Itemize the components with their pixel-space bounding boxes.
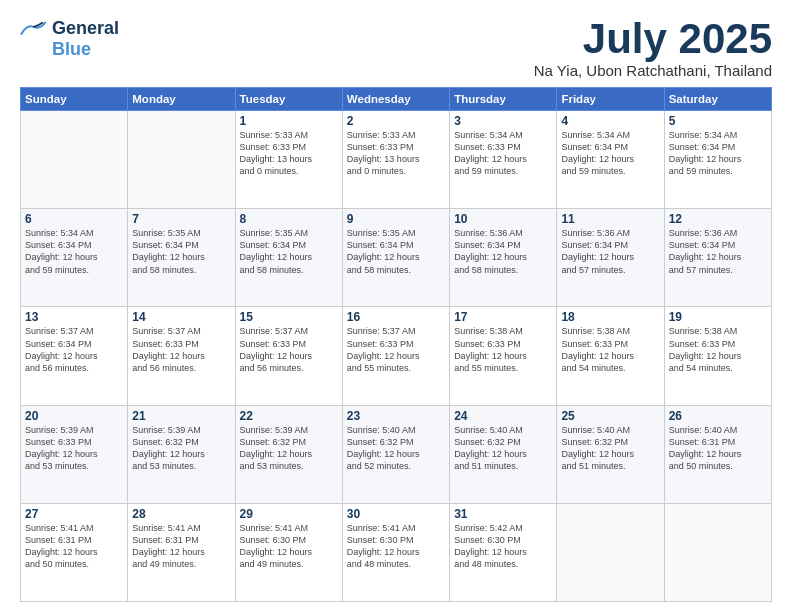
calendar-header-row: Sunday Monday Tuesday Wednesday Thursday… bbox=[21, 88, 772, 111]
day-number: 3 bbox=[454, 114, 552, 128]
day-number: 31 bbox=[454, 507, 552, 521]
day-number: 2 bbox=[347, 114, 445, 128]
col-friday: Friday bbox=[557, 88, 664, 111]
day-number: 1 bbox=[240, 114, 338, 128]
table-row: 26Sunrise: 5:40 AM Sunset: 6:31 PM Dayli… bbox=[664, 405, 771, 503]
table-row: 28Sunrise: 5:41 AM Sunset: 6:31 PM Dayli… bbox=[128, 503, 235, 601]
table-row: 17Sunrise: 5:38 AM Sunset: 6:33 PM Dayli… bbox=[450, 307, 557, 405]
day-number: 12 bbox=[669, 212, 767, 226]
col-sunday: Sunday bbox=[21, 88, 128, 111]
table-row: 27Sunrise: 5:41 AM Sunset: 6:31 PM Dayli… bbox=[21, 503, 128, 601]
table-row: 31Sunrise: 5:42 AM Sunset: 6:30 PM Dayli… bbox=[450, 503, 557, 601]
table-row: 23Sunrise: 5:40 AM Sunset: 6:32 PM Dayli… bbox=[342, 405, 449, 503]
day-info: Sunrise: 5:41 AM Sunset: 6:31 PM Dayligh… bbox=[25, 522, 123, 571]
calendar-week-row: 13Sunrise: 5:37 AM Sunset: 6:34 PM Dayli… bbox=[21, 307, 772, 405]
day-info: Sunrise: 5:36 AM Sunset: 6:34 PM Dayligh… bbox=[669, 227, 767, 276]
table-row: 10Sunrise: 5:36 AM Sunset: 6:34 PM Dayli… bbox=[450, 209, 557, 307]
day-info: Sunrise: 5:33 AM Sunset: 6:33 PM Dayligh… bbox=[240, 129, 338, 178]
day-info: Sunrise: 5:40 AM Sunset: 6:32 PM Dayligh… bbox=[454, 424, 552, 473]
table-row bbox=[128, 111, 235, 209]
table-row: 8Sunrise: 5:35 AM Sunset: 6:34 PM Daylig… bbox=[235, 209, 342, 307]
calendar-week-row: 6Sunrise: 5:34 AM Sunset: 6:34 PM Daylig… bbox=[21, 209, 772, 307]
day-info: Sunrise: 5:36 AM Sunset: 6:34 PM Dayligh… bbox=[454, 227, 552, 276]
header: General Blue July 2025 Na Yia, Ubon Ratc… bbox=[20, 18, 772, 79]
col-wednesday: Wednesday bbox=[342, 88, 449, 111]
table-row: 21Sunrise: 5:39 AM Sunset: 6:32 PM Dayli… bbox=[128, 405, 235, 503]
day-info: Sunrise: 5:38 AM Sunset: 6:33 PM Dayligh… bbox=[561, 325, 659, 374]
table-row: 16Sunrise: 5:37 AM Sunset: 6:33 PM Dayli… bbox=[342, 307, 449, 405]
logo-blue: Blue bbox=[52, 39, 91, 60]
day-number: 8 bbox=[240, 212, 338, 226]
day-number: 17 bbox=[454, 310, 552, 324]
table-row: 15Sunrise: 5:37 AM Sunset: 6:33 PM Dayli… bbox=[235, 307, 342, 405]
day-info: Sunrise: 5:36 AM Sunset: 6:34 PM Dayligh… bbox=[561, 227, 659, 276]
day-number: 21 bbox=[132, 409, 230, 423]
day-info: Sunrise: 5:34 AM Sunset: 6:34 PM Dayligh… bbox=[25, 227, 123, 276]
day-info: Sunrise: 5:40 AM Sunset: 6:32 PM Dayligh… bbox=[561, 424, 659, 473]
col-saturday: Saturday bbox=[664, 88, 771, 111]
table-row: 13Sunrise: 5:37 AM Sunset: 6:34 PM Dayli… bbox=[21, 307, 128, 405]
day-number: 30 bbox=[347, 507, 445, 521]
day-number: 11 bbox=[561, 212, 659, 226]
calendar-week-row: 20Sunrise: 5:39 AM Sunset: 6:33 PM Dayli… bbox=[21, 405, 772, 503]
day-number: 15 bbox=[240, 310, 338, 324]
col-tuesday: Tuesday bbox=[235, 88, 342, 111]
table-row bbox=[21, 111, 128, 209]
table-row: 11Sunrise: 5:36 AM Sunset: 6:34 PM Dayli… bbox=[557, 209, 664, 307]
table-row: 12Sunrise: 5:36 AM Sunset: 6:34 PM Dayli… bbox=[664, 209, 771, 307]
day-number: 4 bbox=[561, 114, 659, 128]
day-info: Sunrise: 5:39 AM Sunset: 6:32 PM Dayligh… bbox=[240, 424, 338, 473]
table-row: 6Sunrise: 5:34 AM Sunset: 6:34 PM Daylig… bbox=[21, 209, 128, 307]
day-info: Sunrise: 5:39 AM Sunset: 6:33 PM Dayligh… bbox=[25, 424, 123, 473]
logo-icon bbox=[20, 21, 48, 37]
day-number: 28 bbox=[132, 507, 230, 521]
day-number: 16 bbox=[347, 310, 445, 324]
day-number: 24 bbox=[454, 409, 552, 423]
day-info: Sunrise: 5:40 AM Sunset: 6:31 PM Dayligh… bbox=[669, 424, 767, 473]
day-info: Sunrise: 5:37 AM Sunset: 6:34 PM Dayligh… bbox=[25, 325, 123, 374]
table-row: 5Sunrise: 5:34 AM Sunset: 6:34 PM Daylig… bbox=[664, 111, 771, 209]
day-number: 26 bbox=[669, 409, 767, 423]
table-row: 18Sunrise: 5:38 AM Sunset: 6:33 PM Dayli… bbox=[557, 307, 664, 405]
table-row: 7Sunrise: 5:35 AM Sunset: 6:34 PM Daylig… bbox=[128, 209, 235, 307]
day-info: Sunrise: 5:37 AM Sunset: 6:33 PM Dayligh… bbox=[347, 325, 445, 374]
table-row: 14Sunrise: 5:37 AM Sunset: 6:33 PM Dayli… bbox=[128, 307, 235, 405]
table-row: 9Sunrise: 5:35 AM Sunset: 6:34 PM Daylig… bbox=[342, 209, 449, 307]
table-row: 20Sunrise: 5:39 AM Sunset: 6:33 PM Dayli… bbox=[21, 405, 128, 503]
day-number: 27 bbox=[25, 507, 123, 521]
day-number: 22 bbox=[240, 409, 338, 423]
col-thursday: Thursday bbox=[450, 88, 557, 111]
table-row: 25Sunrise: 5:40 AM Sunset: 6:32 PM Dayli… bbox=[557, 405, 664, 503]
logo: General Blue bbox=[20, 18, 119, 60]
calendar-table: Sunday Monday Tuesday Wednesday Thursday… bbox=[20, 87, 772, 602]
day-info: Sunrise: 5:35 AM Sunset: 6:34 PM Dayligh… bbox=[347, 227, 445, 276]
day-number: 10 bbox=[454, 212, 552, 226]
day-info: Sunrise: 5:35 AM Sunset: 6:34 PM Dayligh… bbox=[240, 227, 338, 276]
day-info: Sunrise: 5:35 AM Sunset: 6:34 PM Dayligh… bbox=[132, 227, 230, 276]
day-info: Sunrise: 5:42 AM Sunset: 6:30 PM Dayligh… bbox=[454, 522, 552, 571]
page: General Blue July 2025 Na Yia, Ubon Ratc… bbox=[0, 0, 792, 612]
day-number: 14 bbox=[132, 310, 230, 324]
day-number: 20 bbox=[25, 409, 123, 423]
month-title: July 2025 bbox=[534, 18, 772, 60]
day-number: 18 bbox=[561, 310, 659, 324]
col-monday: Monday bbox=[128, 88, 235, 111]
table-row: 22Sunrise: 5:39 AM Sunset: 6:32 PM Dayli… bbox=[235, 405, 342, 503]
table-row: 30Sunrise: 5:41 AM Sunset: 6:30 PM Dayli… bbox=[342, 503, 449, 601]
calendar-week-row: 27Sunrise: 5:41 AM Sunset: 6:31 PM Dayli… bbox=[21, 503, 772, 601]
day-info: Sunrise: 5:34 AM Sunset: 6:34 PM Dayligh… bbox=[561, 129, 659, 178]
title-section: July 2025 Na Yia, Ubon Ratchathani, Thai… bbox=[534, 18, 772, 79]
day-number: 13 bbox=[25, 310, 123, 324]
day-info: Sunrise: 5:37 AM Sunset: 6:33 PM Dayligh… bbox=[132, 325, 230, 374]
table-row bbox=[664, 503, 771, 601]
day-number: 23 bbox=[347, 409, 445, 423]
day-info: Sunrise: 5:41 AM Sunset: 6:31 PM Dayligh… bbox=[132, 522, 230, 571]
day-number: 5 bbox=[669, 114, 767, 128]
day-info: Sunrise: 5:38 AM Sunset: 6:33 PM Dayligh… bbox=[454, 325, 552, 374]
table-row: 4Sunrise: 5:34 AM Sunset: 6:34 PM Daylig… bbox=[557, 111, 664, 209]
location-title: Na Yia, Ubon Ratchathani, Thailand bbox=[534, 62, 772, 79]
table-row bbox=[557, 503, 664, 601]
day-info: Sunrise: 5:40 AM Sunset: 6:32 PM Dayligh… bbox=[347, 424, 445, 473]
day-number: 29 bbox=[240, 507, 338, 521]
day-number: 9 bbox=[347, 212, 445, 226]
